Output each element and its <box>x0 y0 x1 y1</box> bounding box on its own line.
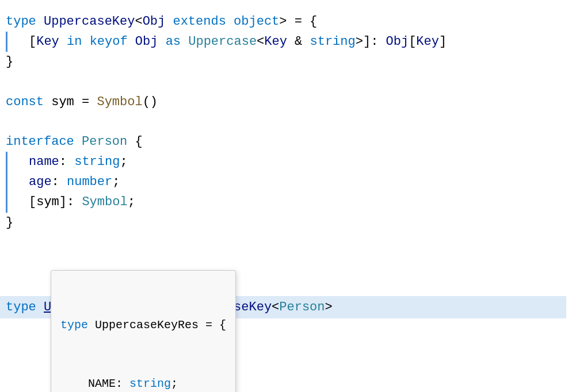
code-line-11: } <box>6 213 566 233</box>
code-line-10: [sym]: Symbol; <box>6 192 566 212</box>
tooltip-line-1: type UppercaseKeyRes = { <box>60 316 226 335</box>
type-tooltip: type UppercaseKeyRes = { NAME: string; A… <box>51 270 236 392</box>
keyword-type: type <box>6 11 44 32</box>
code-line-8: name: string; <box>6 152 566 172</box>
code-line-2: [Key in keyof Obj as Uppercase<Key & str… <box>6 32 566 52</box>
code-line-1: type UppercaseKey<Obj extends object> = … <box>6 11 566 32</box>
empty-line-1 <box>6 72 566 92</box>
code-line-3: } <box>6 52 566 72</box>
tooltip-line-2: NAME: string; <box>60 374 226 392</box>
code-line-9: age: number; <box>6 172 566 192</box>
code-line-5: const sym = Symbol() <box>6 92 566 112</box>
type-name: UppercaseKey <box>44 11 135 32</box>
code-editor: type UppercaseKey<Obj extends object> = … <box>0 0 572 330</box>
empty-line-2 <box>6 112 566 132</box>
code-line-7: interface Person { <box>6 132 566 152</box>
